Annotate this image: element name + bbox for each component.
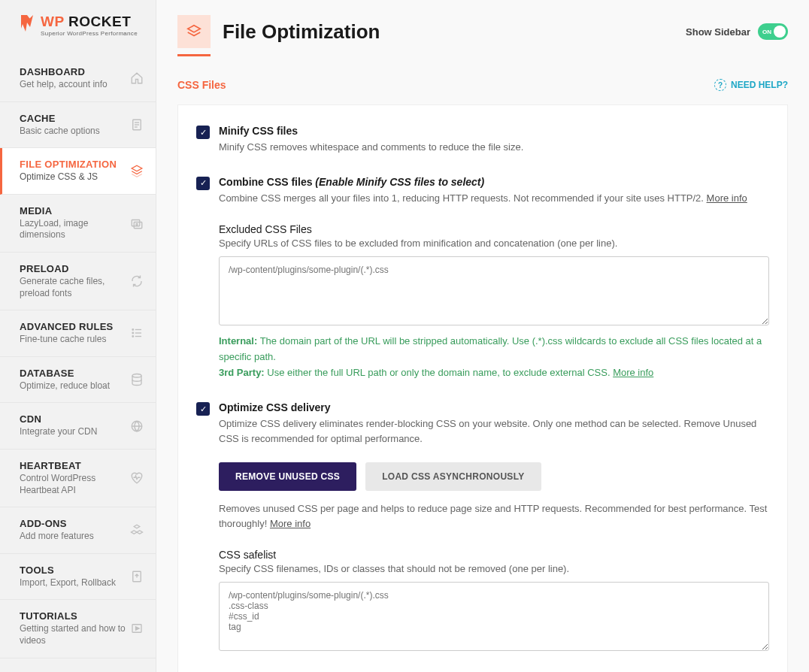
images-icon	[130, 216, 144, 230]
layers-icon	[130, 164, 144, 177]
nav-title: CDN	[20, 413, 130, 425]
svg-rect-4	[132, 219, 140, 226]
need-help-link[interactable]: ? NEED HELP?	[714, 79, 788, 91]
toggle-knob	[774, 26, 786, 38]
nav-title: TOOLS	[20, 565, 130, 576]
excluded-note: Internal: The domain part of the URL wil…	[219, 334, 769, 380]
check-icon: ✓	[200, 404, 207, 414]
more-info-link[interactable]: More info	[270, 518, 311, 529]
combine-css-checkbox[interactable]: ✓	[196, 177, 210, 190]
css-safelist-textarea[interactable]	[219, 582, 769, 651]
nav-dashboard[interactable]: DASHBOARDGet help, account info	[0, 56, 156, 102]
logo-mark-icon	[20, 14, 35, 38]
btn-desc: Removes unused CSS per page and helps to…	[219, 501, 769, 531]
option-title: Optimize CSS delivery	[219, 401, 769, 413]
document-icon	[130, 118, 144, 132]
page-title: File Optimization	[223, 20, 380, 44]
logo: WP ROCKET Superior WordPress Performance	[0, 0, 156, 56]
page-icon	[177, 15, 211, 48]
refresh-icon	[130, 274, 144, 288]
toggle-on-text: ON	[762, 29, 771, 35]
nav-title: ADVANCED RULES	[20, 321, 130, 332]
svg-point-9	[132, 333, 134, 334]
css-files-panel: ✓ Minify CSS files Minify CSS removes wh…	[177, 104, 788, 672]
show-sidebar-toggle[interactable]: Show Sidebar ON	[686, 23, 788, 40]
sub-title: CSS safelist	[219, 549, 769, 561]
option-desc: Combine CSS merges all your files into 1…	[219, 191, 769, 206]
nav-heartbeat[interactable]: HEARTBEATControl WordPress Heartbeat API	[0, 450, 156, 507]
nav-sub: Add more features	[20, 531, 130, 543]
svg-point-6	[136, 223, 138, 225]
layers-icon	[186, 23, 202, 40]
svg-point-11	[132, 336, 134, 338]
svg-rect-5	[134, 222, 142, 228]
nav-addons[interactable]: ADD-ONSAdd more features	[0, 507, 156, 554]
nav-title: ADD-ONS	[20, 518, 130, 529]
nav-tools[interactable]: TOOLSImport, Export, Rollback	[0, 554, 156, 601]
toggle-switch[interactable]: ON	[758, 23, 788, 40]
nav-title: DASHBOARD	[20, 66, 130, 77]
toggle-label: Show Sidebar	[686, 26, 750, 38]
minify-css-checkbox[interactable]: ✓	[196, 126, 210, 139]
sidebar: WP ROCKET Superior WordPress Performance…	[0, 0, 156, 672]
nav-database[interactable]: DATABASEOptimize, reduce bloat	[0, 357, 156, 404]
sub-desc: Specify CSS filenames, IDs or classes th…	[219, 563, 769, 574]
rollback-icon	[130, 570, 144, 583]
nav-title: HEARTBEAT	[20, 460, 130, 471]
globe-icon	[130, 419, 144, 433]
remove-unused-css-button[interactable]: REMOVE UNUSED CSS	[219, 462, 356, 491]
more-info-link[interactable]: More info	[707, 192, 747, 204]
more-info-link[interactable]: More info	[613, 367, 653, 378]
nav-sub: Optimize, reduce bloat	[20, 380, 130, 392]
nav-sub: Control WordPress Heartbeat API	[20, 473, 130, 496]
main-content: File Optimization Show Sidebar ON CSS Fi…	[156, 0, 809, 672]
option-title: Combine CSS files (Enable Minify CSS fil…	[219, 176, 769, 188]
home-icon	[130, 71, 144, 85]
help-icon: ?	[714, 79, 726, 91]
excluded-css-textarea[interactable]	[219, 256, 769, 325]
sub-desc: Specify URLs of CSS files to be excluded…	[219, 238, 769, 249]
nav-sub: Generate cache files, preload fonts	[20, 276, 130, 299]
nav-advanced-rules[interactable]: ADVANCED RULESFine-tune cache rules	[0, 310, 156, 357]
nav-title: PRELOAD	[20, 263, 130, 274]
css-safelist-block: CSS safelist Specify CSS filenames, IDs …	[219, 549, 769, 653]
nav-tutorials[interactable]: TUTORIALSGetting started and how to vide…	[0, 600, 156, 658]
nav-title: FILE OPTIMIZATION	[20, 159, 130, 170]
load-css-async-button[interactable]: LOAD CSS ASYNCHRONOUSLY	[365, 462, 541, 491]
nav-title: TUTORIALS	[20, 610, 130, 622]
nav-sub: Optimize CSS & JS	[20, 171, 130, 183]
logo-rocket: ROCKET	[64, 14, 131, 29]
nav-cache[interactable]: CACHEBasic cache options	[0, 102, 156, 149]
heartbeat-icon	[130, 471, 144, 485]
optimize-css-checkbox[interactable]: ✓	[196, 402, 210, 416]
check-icon: ✓	[200, 178, 207, 188]
nav-title: DATABASE	[20, 368, 130, 379]
excluded-css-block: Excluded CSS Files Specify URLs of CSS f…	[219, 223, 769, 380]
logo-wp: WP	[41, 14, 64, 29]
option-combine-css: ✓ Combine CSS files (Enable Minify CSS f…	[196, 176, 769, 381]
play-icon	[130, 622, 144, 635]
option-minify-css: ✓ Minify CSS files Minify CSS removes wh…	[196, 125, 769, 155]
nav-sub: Fine-tune cache rules	[20, 334, 130, 346]
option-title: Minify CSS files	[219, 125, 769, 137]
nav-sub: Basic cache options	[20, 126, 130, 138]
option-optimize-css: ✓ Optimize CSS delivery Optimize CSS del…	[196, 401, 769, 653]
nav-sub: Integrate your CDN	[20, 426, 130, 438]
nav-preload[interactable]: PRELOADGenerate cache files, preload fon…	[0, 253, 156, 310]
svg-point-7	[132, 329, 134, 331]
nav-media[interactable]: MEDIALazyLoad, image dimensions	[0, 195, 156, 253]
help-text: NEED HELP?	[731, 80, 788, 90]
sub-title: Excluded CSS Files	[219, 223, 769, 235]
option-desc: Optimize CSS delivery eliminates render-…	[219, 416, 769, 446]
cubes-icon	[130, 523, 144, 537]
nav-file-optimization[interactable]: FILE OPTIMIZATIONOptimize CSS & JS	[0, 148, 156, 195]
nav-sub: Getting started and how to videos	[20, 623, 130, 646]
nav-sub: LazyLoad, image dimensions	[20, 218, 130, 241]
logo-tagline: Superior WordPress Performance	[41, 30, 138, 37]
tab-indicator	[177, 54, 211, 56]
nav-cdn[interactable]: CDNIntegrate your CDN	[0, 403, 156, 450]
nav-sub: Get help, account info	[20, 79, 130, 91]
option-desc: Minify CSS removes whitespace and commen…	[219, 140, 769, 155]
svg-point-13	[132, 374, 141, 378]
nav-title: CACHE	[20, 113, 130, 124]
